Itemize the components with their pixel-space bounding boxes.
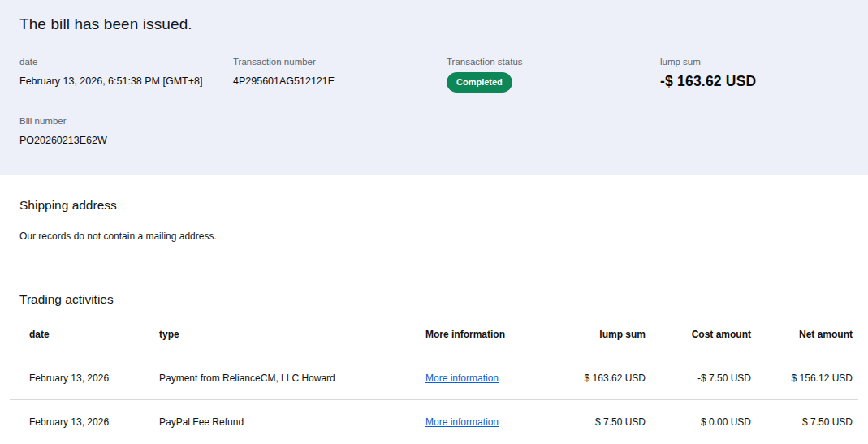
- bill-number-label: Bill number: [19, 116, 233, 126]
- bill-summary-header: The bill has been issued. date February …: [0, 0, 868, 175]
- column-header-cost-amount: Cost amount: [646, 329, 751, 340]
- summary-fields-row-2: Bill number PO20260213E62W: [19, 116, 849, 146]
- row-net-amount: $ 7.50 USD: [751, 416, 853, 428]
- trading-activities-section: Trading activities date type More inform…: [0, 292, 868, 444]
- summary-field-date: date February 13, 2026, 6:51:38 PM [GMT+…: [19, 57, 233, 93]
- column-header-net-amount: Net amount: [751, 329, 853, 340]
- summary-field-lump-sum: lump sum -$ 163.62 USD: [660, 57, 849, 93]
- summary-field-bill-number: Bill number PO20260213E62W: [19, 116, 233, 146]
- date-label: date: [19, 57, 233, 67]
- row-lump-sum: $ 163.62 USD: [539, 373, 646, 384]
- transaction-status-label: Transaction status: [447, 57, 660, 67]
- column-header-more-information: More information: [425, 329, 539, 340]
- row-date: February 13, 2026: [29, 416, 159, 428]
- summary-field-transaction-number: Transaction number 4P295601AG512121E: [233, 57, 447, 93]
- summary-fields-row-1: date February 13, 2026, 6:51:38 PM [GMT+…: [19, 57, 849, 93]
- page-title: The bill has been issued.: [19, 15, 849, 33]
- trading-activities-heading: Trading activities: [10, 292, 858, 307]
- row-type: Payment from RelianceCM, LLC Howard: [159, 373, 425, 384]
- row-type: PayPal Fee Refund: [159, 416, 425, 428]
- column-header-lump-sum: lump sum: [539, 329, 646, 340]
- row-lump-sum: $ 7.50 USD: [539, 416, 646, 428]
- column-header-type: type: [159, 329, 425, 340]
- lump-sum-label: lump sum: [660, 57, 849, 67]
- table-row: February 13, 2026 Payment from RelianceC…: [10, 356, 858, 400]
- status-badge: Completed: [447, 72, 512, 93]
- shipping-address-section: Shipping address Our records do not cont…: [0, 198, 868, 242]
- table-row: February 13, 2026 PayPal Fee Refund More…: [10, 400, 858, 444]
- date-value: February 13, 2026, 6:51:38 PM [GMT+8]: [19, 75, 233, 87]
- table-header-row: date type More information lump sum Cost…: [10, 307, 858, 356]
- shipping-address-message: Our records do not contain a mailing add…: [19, 231, 849, 242]
- more-information-link[interactable]: More information: [425, 373, 499, 384]
- column-header-date: date: [29, 329, 159, 340]
- lump-sum-value: -$ 163.62 USD: [660, 73, 849, 90]
- bill-number-value: PO20260213E62W: [19, 135, 233, 146]
- row-cost-amount: $ 0.00 USD: [646, 416, 751, 428]
- shipping-address-heading: Shipping address: [19, 198, 849, 213]
- summary-field-transaction-status: Transaction status Completed: [447, 57, 660, 93]
- row-net-amount: $ 156.12 USD: [751, 373, 853, 384]
- row-cost-amount: -$ 7.50 USD: [646, 373, 751, 384]
- transaction-number-value: 4P295601AG512121E: [233, 75, 447, 87]
- row-date: February 13, 2026: [29, 373, 159, 384]
- transaction-number-label: Transaction number: [233, 57, 447, 67]
- more-information-link[interactable]: More information: [425, 416, 499, 428]
- trading-activities-table: date type More information lump sum Cost…: [10, 307, 858, 444]
